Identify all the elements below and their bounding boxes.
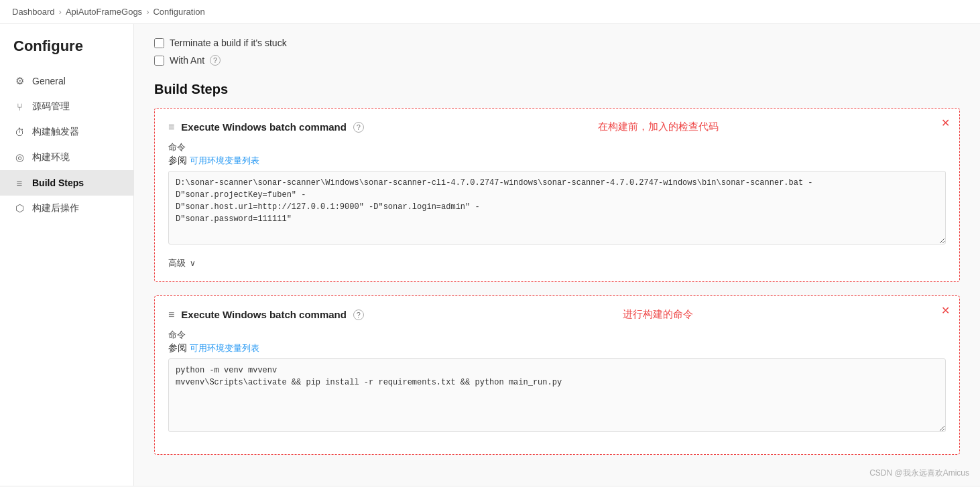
card1-advanced-row[interactable]: 高级 ∨: [168, 255, 946, 269]
chevron-down-icon: ∨: [190, 259, 196, 268]
card1-ref-text: 参阅: [168, 155, 187, 165]
breadcrumb-project[interactable]: ApiAutoFrameGogs: [66, 7, 142, 17]
watermark: CSDN @我永远喜欢Amicus: [869, 468, 969, 479]
terminate-checkbox-row: Terminate a build if it's stuck: [154, 38, 960, 48]
sidebar-label-build-steps: Build Steps: [32, 178, 84, 188]
with-ant-checkbox[interactable]: [154, 56, 164, 66]
terminate-label: Terminate a build if it's stuck: [170, 38, 287, 48]
card1-header: ≡ Execute Windows batch command ? 在构建前，加…: [168, 121, 946, 133]
sidebar-item-env[interactable]: ◎ 构建环境: [0, 145, 133, 170]
breadcrumb: Dashboard › ApiAutoFrameGogs › Configura…: [0, 0, 980, 24]
close-step1-button[interactable]: ✕: [941, 118, 950, 129]
gear-icon: ⚙: [13, 75, 25, 87]
circle-icon: ◎: [13, 151, 25, 163]
sidebar-label-post-build: 构建后操作: [32, 202, 79, 214]
sidebar-label-trigger: 构建触发器: [32, 126, 79, 138]
hex-icon: ⬡: [13, 202, 25, 214]
close-step2-button[interactable]: ✕: [941, 305, 950, 316]
drag-handle-2[interactable]: ≡: [168, 309, 174, 321]
with-ant-checkbox-row: With Ant ?: [154, 55, 960, 66]
card1-ref-row: 参阅 可用环境变量列表: [168, 155, 946, 167]
card1-title: Execute Windows batch command: [181, 121, 347, 133]
breadcrumb-sep2: ›: [146, 7, 149, 17]
card1-ref-link[interactable]: 可用环境变量列表: [190, 155, 259, 165]
card2-field-label: 命令: [168, 329, 946, 341]
card2-comment: 进行构建的命令: [371, 308, 946, 321]
sidebar: Configure ⚙ General ⑂ 源码管理 ⏱ 构建触发器 ◎ 构建环…: [0, 24, 134, 486]
breadcrumb-dashboard[interactable]: Dashboard: [12, 7, 55, 17]
card2-title: Execute Windows batch command: [181, 309, 347, 320]
branch-icon: ⑂: [13, 100, 25, 113]
list-icon: ≡: [13, 177, 25, 189]
with-ant-label: With Ant: [170, 55, 204, 66]
card1-advanced-label: 高级: [168, 257, 186, 269]
breadcrumb-current: Configuration: [153, 7, 204, 17]
card2-help-icon[interactable]: ?: [353, 309, 364, 320]
sidebar-item-trigger[interactable]: ⏱ 构建触发器: [0, 119, 133, 145]
sidebar-item-build-steps[interactable]: ≡ Build Steps: [0, 170, 133, 196]
card1-comment: 在构建前，加入的检查代码: [371, 121, 946, 133]
sidebar-title: Configure: [0, 38, 133, 68]
card1-help-icon[interactable]: ?: [353, 122, 364, 133]
sidebar-label-source: 源码管理: [32, 100, 70, 113]
sidebar-item-post-build[interactable]: ⬡ 构建后操作: [0, 196, 133, 221]
card1-field-label: 命令: [168, 141, 946, 153]
card2-ref-text: 参阅: [168, 342, 187, 353]
main-content: Terminate a build if it's stuck With Ant…: [134, 24, 980, 486]
sidebar-label-env: 构建环境: [32, 151, 70, 163]
breadcrumb-sep1: ›: [59, 7, 62, 17]
build-step-card-2: ✕ ≡ Execute Windows batch command ? 进行构建…: [154, 295, 960, 455]
build-step-card-1: ✕ ≡ Execute Windows batch command ? 在构建前…: [154, 108, 960, 282]
card2-command-textarea[interactable]: [168, 358, 946, 432]
sidebar-item-general[interactable]: ⚙ General: [0, 68, 133, 94]
card2-ref-row: 参阅 可用环境变量列表: [168, 342, 946, 354]
sidebar-item-source[interactable]: ⑂ 源码管理: [0, 94, 133, 119]
with-ant-help-icon[interactable]: ?: [210, 55, 221, 66]
card2-header: ≡ Execute Windows batch command ? 进行构建的命…: [168, 308, 946, 321]
terminate-checkbox[interactable]: [154, 38, 164, 48]
clock-icon: ⏱: [13, 126, 25, 138]
card2-ref-link[interactable]: 可用环境变量列表: [190, 343, 259, 353]
sidebar-label-general: General: [32, 76, 66, 86]
card1-command-textarea[interactable]: [168, 171, 946, 245]
build-steps-section-title: Build Steps: [154, 82, 960, 97]
drag-handle-1[interactable]: ≡: [168, 121, 174, 133]
